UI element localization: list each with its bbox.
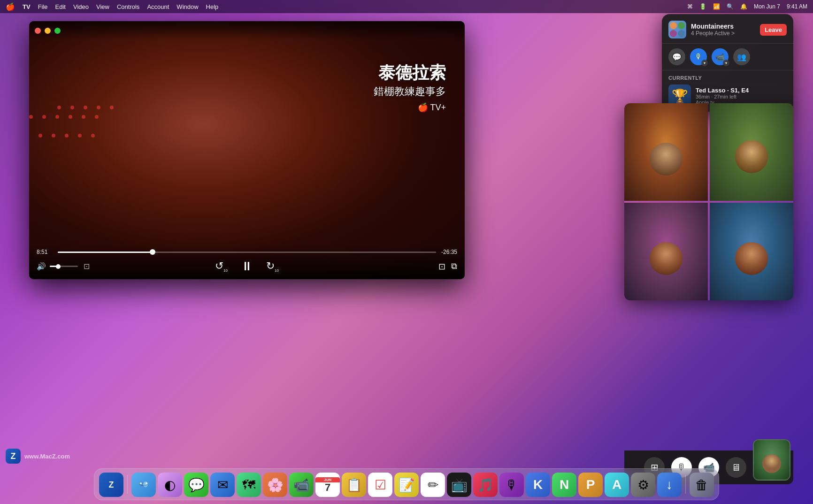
dock-app-photos[interactable]: 🌸 (263, 473, 287, 497)
progress-track[interactable] (58, 252, 436, 253)
battery-icon: 🔋 (699, 3, 706, 10)
dock-app-podcasts[interactable]: 🎙 (499, 473, 524, 497)
notification-icon[interactable]: 🔔 (740, 3, 747, 10)
menu-tv[interactable]: TV (23, 3, 31, 10)
pause-button[interactable]: ⏸ (241, 259, 253, 274)
show-info: Ted Lasso · S1, E4 36min · 27min left Ap… (696, 87, 749, 105)
group-avatar (668, 21, 686, 38)
dock-separator-1 (127, 475, 128, 494)
dock-app-appstore[interactable]: A (605, 473, 629, 497)
dock-app-numbers[interactable]: N (552, 473, 576, 497)
progress-fill (58, 252, 153, 253)
dock: Z ◐ 💬 ✉ 🗺 🌸 📹 JUN 7 📋 ☑ 📝 ✏ 📺 🎵 🎙 K N P … (94, 468, 719, 500)
controls-row: 🔊 ⊡ ↺10 ⏸ ↻10 ⊡ ⧉ (37, 259, 457, 274)
dock-app-finder[interactable] (131, 473, 156, 497)
people-icon: 👥 (737, 53, 746, 61)
dock-app-freeform[interactable]: ✏ (421, 473, 445, 497)
skip-back-button[interactable]: ↺10 (215, 260, 228, 273)
dock-app-zillow[interactable]: Z (99, 473, 123, 497)
facetime-cell-1 (624, 103, 708, 201)
shareplay-controls: 💬 🎙 ▾ 📹 ▾ 👥 (662, 44, 793, 70)
airplay-video-icon[interactable]: ⊡ (84, 262, 90, 271)
wifi-icon[interactable]: 📶 (713, 3, 720, 10)
dock-app-maps[interactable]: 🗺 (237, 473, 261, 497)
shareplay-title-area: Mountaineers 4 People Active > (691, 23, 755, 37)
menu-edit[interactable]: Edit (55, 3, 66, 10)
shareplay-group-name: Mountaineers (691, 23, 755, 30)
mic-icon: 🎙 (695, 53, 702, 61)
dock-app-notes[interactable]: 📝 (394, 473, 419, 497)
dock-app-appletv[interactable]: 📺 (447, 473, 471, 497)
mic-chevron-icon: ▾ (701, 60, 708, 66)
dock-app-trash[interactable]: 🗑 (690, 473, 714, 497)
dock-separator-2 (685, 475, 686, 494)
self-view-thumbnail (753, 439, 790, 481)
current-time: 8:51 (37, 249, 53, 255)
dock-app-music[interactable]: 🎵 (473, 473, 498, 497)
shareplay-panel: Mountaineers 4 People Active > Leave 💬 🎙… (662, 14, 793, 112)
minimize-button[interactable] (45, 28, 51, 34)
shareplay-people-active[interactable]: 4 People Active > (691, 30, 755, 37)
volume-area: 🔊 ⊡ (37, 262, 90, 271)
svg-point-4 (146, 482, 147, 484)
dock-app-arcbrowser[interactable]: ◐ (158, 473, 182, 497)
leave-button[interactable]: Leave (760, 24, 787, 36)
menu-window[interactable]: Window (176, 3, 198, 10)
dock-app-preferences[interactable]: ⚙ (631, 473, 655, 497)
dock-app-calendar[interactable]: JUN 7 (315, 473, 340, 497)
remaining-time: -26:35 (441, 249, 457, 255)
dock-app-keynote[interactable]: K (526, 473, 550, 497)
search-icon[interactable]: 🔍 (727, 3, 734, 10)
shareplay-people-button[interactable]: 👥 (733, 48, 750, 65)
progress-thumb (150, 249, 155, 255)
apple-menu[interactable]: 🍎 (6, 2, 15, 11)
time: 9:41 AM (787, 3, 807, 10)
volume-icon[interactable]: 🔊 (37, 262, 46, 271)
right-controls: ⊡ ⧉ (438, 261, 457, 272)
svg-point-2 (143, 481, 148, 487)
facetime-cell-3 (624, 203, 708, 300)
menu-view[interactable]: View (96, 3, 109, 10)
menubar-left: 🍎 TV File Edit Video View Controls Accou… (6, 2, 218, 11)
menu-file[interactable]: File (38, 3, 48, 10)
zillow-logo: Z (6, 449, 21, 464)
menu-help[interactable]: Help (206, 3, 219, 10)
siri-icon[interactable]: ⌘ (687, 3, 693, 10)
volume-track[interactable] (50, 266, 78, 267)
skip-forward-button[interactable]: ↻10 (266, 260, 279, 273)
dock-app-notes2[interactable]: 📋 (342, 473, 366, 497)
ft-sharescreen-icon: 🖥 (731, 462, 741, 473)
mic-button[interactable]: 🎙 ▾ (690, 48, 707, 65)
video-content: 泰德拉索 錯棚教練趣事多 🍎 TV+ 8:51 -26:35 🔊 (29, 21, 465, 279)
video-button[interactable]: 📹 ▾ (712, 48, 729, 65)
datetime: Mon Jun 7 (754, 3, 780, 10)
subtitles-button[interactable]: ⊡ (438, 261, 445, 272)
chat-button[interactable]: 💬 (668, 48, 685, 65)
dock-app-mail[interactable]: ✉ (210, 473, 235, 497)
dock-app-downloader[interactable]: ↓ (657, 473, 682, 497)
facetime-video-grid (624, 103, 793, 300)
maximize-button[interactable] (54, 28, 61, 34)
scene-lights-top (57, 106, 114, 109)
pip-button[interactable]: ⧉ (451, 261, 457, 271)
facetime-cell-4 (710, 203, 793, 300)
svg-point-3 (140, 482, 142, 484)
show-meta: 36min · 27min left (696, 94, 749, 99)
menu-controls[interactable]: Controls (117, 3, 139, 10)
dock-app-facetime[interactable]: 📹 (289, 473, 314, 497)
watermark-text: www.MacZ.com (24, 453, 70, 460)
shareplay-header: Mountaineers 4 People Active > Leave (662, 14, 793, 44)
ft-sharescreen-button[interactable]: 🖥 (726, 457, 746, 478)
chat-icon: 💬 (672, 53, 682, 61)
menu-video[interactable]: Video (73, 3, 89, 10)
dock-app-pages[interactable]: P (578, 473, 603, 497)
menu-account[interactable]: Account (147, 3, 169, 10)
dock-app-reminders[interactable]: ☑ (368, 473, 392, 497)
close-button[interactable] (35, 28, 41, 34)
center-controls: ↺10 ⏸ ↻10 (215, 259, 279, 274)
dock-app-messages[interactable]: 💬 (184, 473, 208, 497)
progress-bar-area: 8:51 -26:35 (37, 249, 457, 255)
window-controls (29, 21, 465, 40)
watermark: Z www.MacZ.com (6, 449, 70, 464)
video-icon: 📹 (715, 53, 725, 61)
